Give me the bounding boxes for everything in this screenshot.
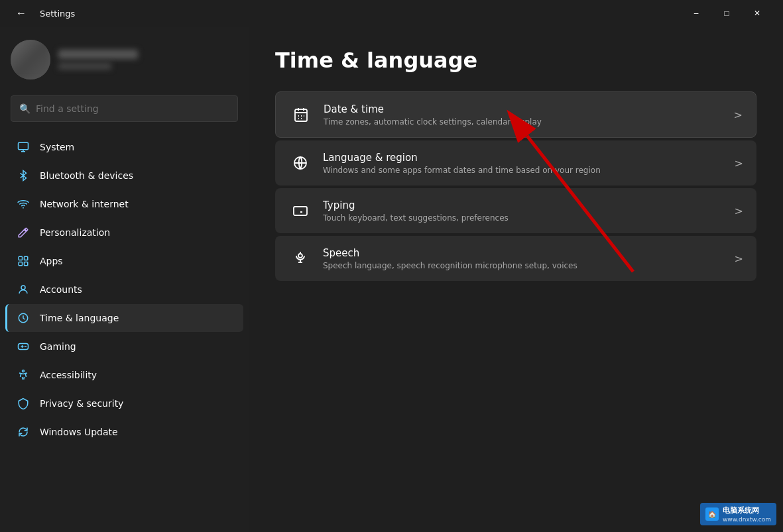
speech-card[interactable]: Speech Speech language, speech recogniti… bbox=[275, 236, 756, 281]
date-time-subtitle: Time zones, automatic clock settings, ca… bbox=[324, 117, 723, 127]
sidebar: 🔍 System Bluetooth & devices bbox=[0, 27, 249, 532]
svg-rect-3 bbox=[19, 262, 22, 266]
network-icon bbox=[16, 197, 30, 211]
bluetooth-label: Bluetooth & devices bbox=[40, 170, 133, 181]
privacy-icon bbox=[16, 396, 30, 411]
sidebar-item-bluetooth[interactable]: Bluetooth & devices bbox=[5, 162, 243, 189]
sidebar-item-accounts[interactable]: Accounts bbox=[5, 276, 243, 303]
user-info bbox=[58, 50, 138, 70]
system-icon bbox=[16, 140, 30, 154]
accessibility-icon bbox=[16, 368, 30, 382]
time-icon bbox=[16, 311, 30, 325]
privacy-label: Privacy & security bbox=[40, 398, 123, 409]
search-icon: 🔍 bbox=[19, 103, 30, 114]
update-icon bbox=[16, 425, 30, 439]
maximize-button[interactable]: □ bbox=[711, 3, 742, 24]
watermark: 🏠 电脑系统网 www.dnxtw.com bbox=[700, 503, 776, 525]
user-sub bbox=[58, 63, 111, 70]
close-button[interactable]: ✕ bbox=[742, 3, 772, 24]
titlebar: ← Settings – □ ✕ bbox=[0, 0, 783, 27]
watermark-text: 电脑系统网 www.dnxtw.com bbox=[723, 505, 771, 523]
sidebar-item-privacy[interactable]: Privacy & security bbox=[5, 390, 243, 417]
network-label: Network & internet bbox=[40, 199, 129, 209]
time-label: Time & language bbox=[40, 313, 119, 323]
typing-subtitle: Touch keyboard, text suggestions, prefer… bbox=[323, 213, 724, 223]
watermark-icon: 🏠 bbox=[705, 507, 719, 521]
language-icon bbox=[288, 151, 312, 175]
back-button[interactable]: ← bbox=[11, 3, 32, 24]
svg-point-8 bbox=[23, 370, 25, 372]
window-controls: – □ ✕ bbox=[681, 3, 772, 24]
speech-icon bbox=[288, 246, 312, 270]
sidebar-nav: System Bluetooth & devices Network & int… bbox=[0, 133, 249, 447]
apps-label: Apps bbox=[40, 256, 63, 266]
svg-rect-1 bbox=[19, 256, 22, 260]
user-name bbox=[58, 50, 138, 59]
watermark-sub: www.dnxtw.com bbox=[723, 516, 771, 523]
svg-point-5 bbox=[21, 286, 25, 290]
date-time-text: Date & time Time zones, automatic clock … bbox=[324, 103, 723, 127]
user-profile bbox=[0, 27, 249, 90]
app-container: 🔍 System Bluetooth & devices bbox=[0, 27, 783, 532]
windows-update-label: Windows Update bbox=[40, 427, 118, 437]
titlebar-left: ← Settings bbox=[11, 3, 75, 24]
main-content: Time & language Date & time Time zones, … bbox=[249, 27, 783, 532]
sidebar-item-windows-update[interactable]: Windows Update bbox=[5, 418, 243, 446]
system-label: System bbox=[40, 142, 74, 152]
sidebar-item-accessibility[interactable]: Accessibility bbox=[5, 361, 243, 389]
language-text: Language & region Windows and some apps … bbox=[323, 152, 724, 175]
svg-rect-0 bbox=[19, 142, 29, 150]
date-time-chevron: > bbox=[734, 109, 743, 121]
date-time-title: Date & time bbox=[324, 103, 723, 115]
svg-rect-11 bbox=[294, 207, 307, 215]
personalization-icon bbox=[16, 225, 30, 240]
minimize-button[interactable]: – bbox=[681, 3, 711, 24]
svg-rect-9 bbox=[295, 109, 307, 121]
personalization-label: Personalization bbox=[40, 227, 110, 238]
speech-title: Speech bbox=[323, 247, 724, 259]
typing-card[interactable]: Typing Touch keyboard, text suggestions,… bbox=[275, 188, 756, 233]
svg-rect-2 bbox=[25, 256, 28, 260]
accessibility-label: Accessibility bbox=[40, 370, 97, 380]
language-region-card[interactable]: Language & region Windows and some apps … bbox=[275, 140, 756, 186]
language-title: Language & region bbox=[323, 152, 724, 164]
search-container: 🔍 bbox=[0, 90, 249, 133]
typing-text: Typing Touch keyboard, text suggestions,… bbox=[323, 199, 724, 223]
typing-chevron: > bbox=[735, 205, 743, 217]
language-subtitle: Windows and some apps format dates and t… bbox=[323, 166, 724, 175]
language-chevron: > bbox=[735, 157, 743, 170]
date-time-card[interactable]: Date & time Time zones, automatic clock … bbox=[275, 91, 756, 138]
svg-point-12 bbox=[298, 254, 302, 258]
sidebar-item-personalization[interactable]: Personalization bbox=[5, 219, 243, 246]
avatar bbox=[11, 40, 50, 80]
sidebar-item-system[interactable]: System bbox=[5, 133, 243, 161]
date-time-icon bbox=[289, 103, 313, 127]
gaming-icon bbox=[16, 339, 30, 354]
bluetooth-icon bbox=[16, 168, 30, 183]
typing-icon bbox=[288, 199, 312, 223]
sidebar-item-network[interactable]: Network & internet bbox=[5, 190, 243, 218]
app-title: Settings bbox=[40, 9, 75, 19]
sidebar-item-apps[interactable]: Apps bbox=[5, 247, 243, 275]
speech-text: Speech Speech language, speech recogniti… bbox=[323, 247, 724, 270]
speech-chevron: > bbox=[735, 252, 743, 265]
typing-title: Typing bbox=[323, 199, 724, 211]
apps-icon bbox=[16, 254, 30, 268]
search-box[interactable]: 🔍 bbox=[11, 95, 238, 122]
search-input[interactable] bbox=[36, 103, 229, 114]
watermark-main: 电脑系统网 bbox=[723, 505, 771, 515]
sidebar-item-time[interactable]: Time & language bbox=[5, 304, 243, 332]
sidebar-item-gaming[interactable]: Gaming bbox=[5, 333, 243, 360]
svg-rect-4 bbox=[25, 262, 28, 266]
accounts-icon bbox=[16, 282, 30, 297]
speech-subtitle: Speech language, speech recognition micr… bbox=[323, 261, 724, 270]
gaming-label: Gaming bbox=[40, 341, 76, 352]
page-title: Time & language bbox=[275, 48, 756, 73]
accounts-label: Accounts bbox=[40, 284, 82, 295]
